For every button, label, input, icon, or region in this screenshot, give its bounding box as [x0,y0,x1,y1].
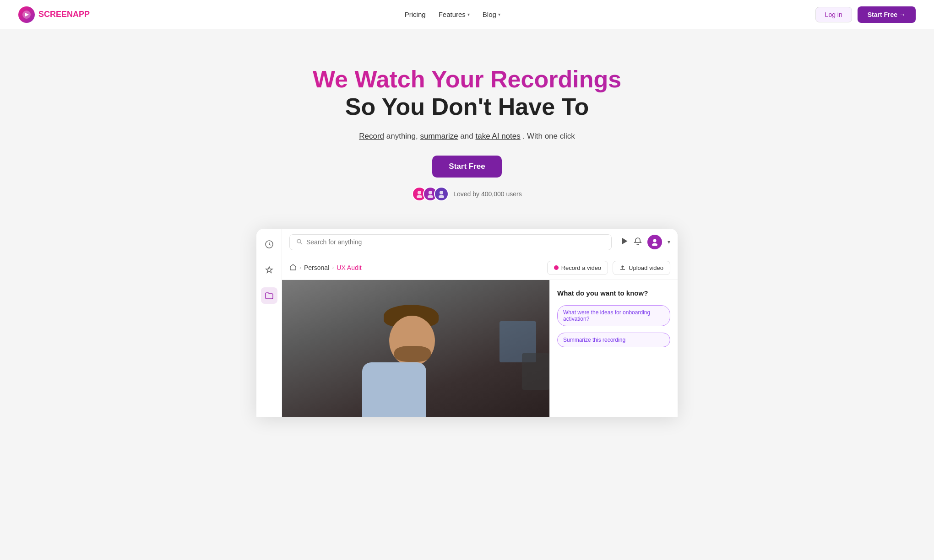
svg-point-12 [652,243,657,246]
hero-title-line2: So You Don't Have To [18,93,916,121]
panel-chip-1[interactable]: What were the ideas for onboarding activ… [557,305,670,326]
svg-point-5 [440,191,443,194]
upload-icon [619,264,626,271]
panel-chip-2[interactable]: Summarize this recording [557,333,670,347]
logo-text: SCREENAPP [38,10,90,19]
app-content: What do you want to know? What were the … [282,280,678,417]
svg-point-3 [429,191,432,194]
summarize-link[interactable]: summarize [420,132,458,140]
breadcrumb-home-icon[interactable] [289,264,297,272]
panel-question-label: What do you want to know? [557,289,670,297]
svg-point-6 [439,195,444,198]
breadcrumb-bar: › Personal › UX Audit Record a video [282,256,678,280]
ai-notes-link[interactable]: take AI notes [475,132,520,140]
svg-line-9 [300,242,302,244]
hero-subtitle: Record anything, summarize and take AI n… [18,132,916,141]
nav-blog[interactable]: Blog ▾ [483,11,500,18]
hero-title-line1: We Watch Your Recordings [18,66,916,93]
person-body-icon [362,362,426,417]
svg-point-4 [428,195,433,198]
nav-features[interactable]: Features ▾ [439,11,470,18]
svg-point-8 [297,239,301,243]
features-chevron-icon: ▾ [467,12,470,17]
notification-icon[interactable] [634,237,642,248]
svg-point-11 [653,239,657,242]
breadcrumb-sep-1: › [299,264,301,271]
blog-chevron-icon: ▾ [498,12,500,17]
video-thumbnail [282,280,549,417]
login-button[interactable]: Log in [815,7,852,22]
breadcrumb-personal[interactable]: Personal [304,264,329,271]
nav-pricing[interactable]: Pricing [405,11,426,18]
app-preview-container: ▾ › Personal › UX Audit [0,229,934,417]
hero-cta-button[interactable]: Start Free [432,156,501,178]
search-icon [296,238,303,246]
sidebar-folder-icon[interactable] [261,287,277,304]
record-dot-icon [554,265,559,270]
app-window: ▾ › Personal › UX Audit [256,229,678,417]
side-panel: What do you want to know? What were the … [549,280,678,417]
search-box[interactable] [289,234,612,250]
avatar-3 [434,187,449,201]
app-topbar: ▾ [282,229,678,256]
social-proof-text: Loved by 400,000 users [453,190,521,198]
bg-element-2 [522,353,549,390]
upload-video-button[interactable]: Upload video [613,261,670,275]
app-preview: ▾ › Personal › UX Audit [247,229,687,417]
sidebar-favorites-icon[interactable] [261,262,277,278]
search-input[interactable] [306,238,605,246]
svg-point-2 [417,195,422,198]
avatar-group [412,187,449,201]
svg-point-1 [418,191,421,194]
hero-section: We Watch Your Recordings So You Don't Ha… [0,29,934,229]
logo-icon [18,6,35,23]
app-main: ▾ › Personal › UX Audit [282,229,678,417]
record-video-button[interactable]: Record a video [547,261,608,275]
breadcrumb-sep-2: › [332,264,334,271]
nav-right: Log in Start Free → [815,6,916,23]
breadcrumb-ux-audit[interactable]: UX Audit [337,264,361,271]
app-sidebar [256,229,282,417]
user-chevron-icon[interactable]: ▾ [668,239,670,245]
svg-marker-10 [622,238,627,244]
breadcrumb: › Personal › UX Audit [289,264,362,272]
nav-links: Pricing Features ▾ Blog ▾ [405,11,500,18]
logo[interactable]: SCREENAPP [18,6,90,23]
video-area [282,280,549,417]
user-avatar[interactable] [647,235,662,249]
social-proof: Loved by 400,000 users [18,187,916,201]
record-link[interactable]: Record [359,132,384,140]
navbar: SCREENAPP Pricing Features ▾ Blog ▾ Log … [0,0,934,29]
breadcrumb-actions: Record a video Upload video [547,261,670,275]
person-beard-icon [394,346,431,362]
play-icon[interactable] [620,237,628,248]
topbar-icons: ▾ [620,235,670,249]
start-free-button[interactable]: Start Free → [858,6,916,23]
sidebar-history-icon[interactable] [261,236,277,253]
